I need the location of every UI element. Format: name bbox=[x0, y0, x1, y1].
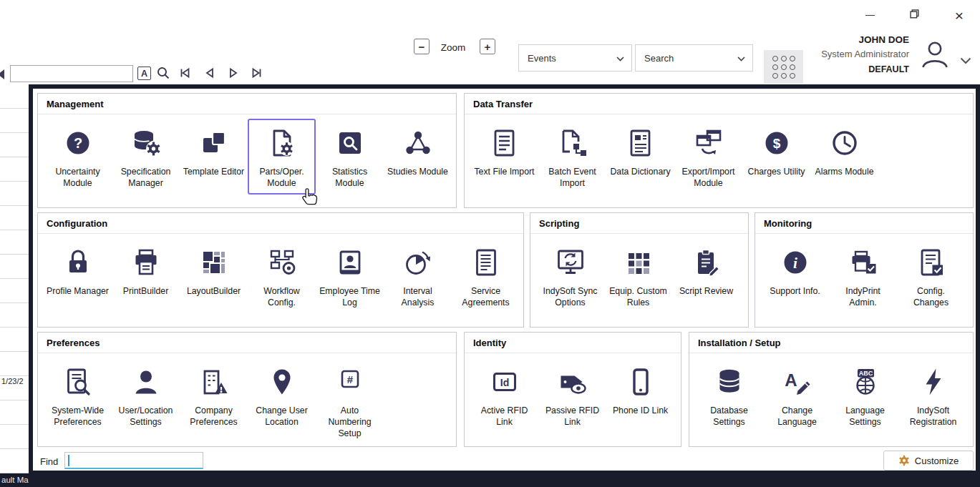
text-caret bbox=[68, 455, 69, 466]
tile-interval-analysis[interactable]: Interval Analysis bbox=[384, 238, 452, 314]
tile-user-location-settings[interactable]: User/Location Settings bbox=[112, 358, 180, 433]
tile-parts-oper-module[interactable]: Parts/Oper. Module bbox=[248, 119, 316, 195]
tile-label: Employee Time Log bbox=[317, 285, 382, 308]
next-record-button[interactable] bbox=[226, 66, 241, 80]
tile-profile-manager[interactable]: Profile Manager bbox=[44, 238, 112, 302]
tile-active-rfid-link[interactable]: IdActive RFID Link bbox=[470, 358, 538, 433]
minus-icon: − bbox=[419, 41, 425, 53]
tile-label: Service Agreements bbox=[453, 285, 518, 308]
tile-database-settings[interactable]: Database Settings bbox=[695, 358, 763, 433]
statistics-magnifier-icon bbox=[334, 126, 366, 160]
tile-system-wide-preferences[interactable]: System-Wide Preferences bbox=[44, 358, 112, 433]
group-scripting: ScriptingIndySoft Sync OptionsEquip. Cus… bbox=[530, 212, 749, 328]
tile-service-agreements[interactable]: Service Agreements bbox=[452, 238, 520, 314]
hash-square-icon: # bbox=[334, 365, 366, 399]
tile-label: Active RFID Link bbox=[472, 405, 537, 428]
background-table-fragment: 1/23/2 bbox=[0, 84, 29, 473]
table-cell-date: 1/23/2 bbox=[1, 377, 24, 385]
tile-studies-module[interactable]: Studies Module bbox=[384, 119, 452, 183]
tile-batch-event-import[interactable]: Batch Event Import bbox=[538, 119, 606, 195]
user-avatar[interactable] bbox=[918, 38, 951, 74]
tile-language-settings[interactable]: ABCLanguage Settings bbox=[831, 358, 899, 433]
statusbar: ault Ma bbox=[0, 473, 980, 487]
svg-text:$: $ bbox=[772, 136, 780, 151]
zoom-out-button[interactable]: − bbox=[414, 39, 430, 54]
tile-statistics-module[interactable]: Statistics Module bbox=[316, 119, 384, 195]
group-identity: IdentityIdActive RFID LinkPassive RFID L… bbox=[464, 332, 681, 447]
group-monitoring: MonitoringiSupport Info.IndyPrint Admin.… bbox=[755, 212, 974, 328]
customize-gear-icon bbox=[898, 455, 910, 466]
grid-rules-icon bbox=[623, 245, 654, 280]
zoom-in-button[interactable]: + bbox=[480, 39, 495, 54]
tile-template-editor[interactable]: Template Editor bbox=[180, 119, 248, 183]
printer-icon bbox=[130, 245, 162, 280]
data-dictionary-icon bbox=[625, 126, 656, 160]
tile-indysoft-registration[interactable]: IndySoft Registration bbox=[899, 358, 967, 433]
tile-company-preferences[interactable]: Company Preferences bbox=[180, 358, 248, 433]
group-title: Preferences bbox=[38, 333, 456, 353]
tile-script-review[interactable]: Script Review bbox=[672, 238, 740, 302]
printer-check-icon bbox=[848, 245, 879, 280]
tile-change-language[interactable]: AChange Language bbox=[763, 358, 831, 433]
tile-support-info[interactable]: iSupport Info. bbox=[761, 238, 829, 302]
events-dropdown-value: Events bbox=[528, 53, 556, 64]
search-icon[interactable] bbox=[156, 66, 170, 80]
search-dropdown[interactable]: Search bbox=[635, 44, 753, 72]
tile-auto-numbering-setup[interactable]: #Auto Numbering Setup bbox=[316, 358, 384, 446]
tile-indysoft-sync-options[interactable]: IndySoft Sync Options bbox=[536, 238, 604, 314]
tile-data-dictionary[interactable]: Data Dictionary bbox=[606, 119, 674, 183]
tile-text-file-import[interactable]: Text File Import bbox=[470, 119, 538, 183]
tile-export-import-module[interactable]: Export/Import Module bbox=[674, 119, 742, 195]
clipboard-script-icon bbox=[691, 245, 722, 280]
tile-label: Config. Changes bbox=[898, 285, 964, 308]
tile-equip-custom-rules[interactable]: Equip. Custom Rules bbox=[604, 238, 672, 314]
tile-label: Profile Manager bbox=[45, 285, 110, 297]
last-record-button[interactable] bbox=[250, 66, 264, 80]
tile-label: Charges Utility bbox=[747, 166, 807, 177]
tile-label: Specification Manager bbox=[113, 166, 178, 189]
tile-layoutbuilder[interactable]: LayoutBuilder bbox=[180, 238, 248, 302]
find-input-wrap bbox=[64, 452, 205, 471]
tile-uncertainty-module[interactable]: ?Uncertainty Module bbox=[44, 119, 112, 195]
tile-indyprint-admin[interactable]: IndyPrint Admin. bbox=[829, 238, 897, 314]
tile-employee-time-log[interactable]: Employee Time Log bbox=[316, 238, 384, 314]
tile-label: Script Review bbox=[678, 285, 734, 297]
window-minimize-button[interactable] bbox=[856, 6, 883, 24]
tile-alarms-module[interactable]: Alarms Module bbox=[810, 119, 878, 183]
restore-icon bbox=[910, 9, 919, 21]
group-title: Monitoring bbox=[755, 213, 973, 234]
quick-search-input[interactable] bbox=[10, 65, 133, 82]
tile-passive-rfid-link[interactable]: Passive RFID Link bbox=[538, 358, 606, 433]
tile-label: Passive RFID Link bbox=[540, 405, 605, 428]
previous-record-button[interactable] bbox=[203, 66, 217, 80]
tile-label: Text File Import bbox=[472, 166, 535, 177]
tile-charges-utility[interactable]: $Charges Utility bbox=[742, 119, 810, 183]
user-chevron-icon[interactable] bbox=[960, 54, 971, 67]
window-restore-button[interactable] bbox=[901, 6, 928, 24]
find-input[interactable] bbox=[64, 452, 203, 469]
tile-label: Parts/Oper. Module bbox=[249, 166, 314, 189]
layout-blocks-icon bbox=[198, 245, 230, 280]
events-dropdown[interactable]: Events bbox=[518, 44, 632, 72]
document-gear-icon bbox=[266, 126, 298, 160]
customize-button[interactable]: Customize bbox=[883, 451, 974, 471]
group-title: Installation / Setup bbox=[689, 333, 973, 353]
tile-change-user-location[interactable]: Change User Location bbox=[248, 358, 316, 433]
tile-workflow-config[interactable]: Workflow Config. bbox=[248, 238, 316, 314]
tile-specification-manager[interactable]: Specification Manager bbox=[112, 119, 180, 195]
window-close-button[interactable]: × bbox=[946, 6, 973, 24]
tile-phone-id-link[interactable]: Phone ID Link bbox=[606, 358, 674, 422]
text-file-icon bbox=[489, 126, 520, 160]
user-name: JOHN DOE bbox=[802, 34, 909, 45]
apps-grid-button[interactable] bbox=[764, 50, 803, 84]
tile-config-changes[interactable]: Config. Changes bbox=[897, 238, 965, 314]
tile-label: Language Settings bbox=[833, 405, 898, 428]
first-record-button[interactable] bbox=[178, 66, 192, 80]
lock-icon bbox=[62, 245, 94, 280]
network-nodes-icon bbox=[402, 126, 434, 160]
tile-printbuilder[interactable]: PrintBuilder bbox=[112, 238, 180, 302]
match-case-glyph: A bbox=[141, 69, 147, 79]
dollar-circle-icon: $ bbox=[761, 126, 792, 160]
database-gear-icon bbox=[130, 126, 162, 160]
match-case-button[interactable]: A bbox=[137, 67, 151, 80]
